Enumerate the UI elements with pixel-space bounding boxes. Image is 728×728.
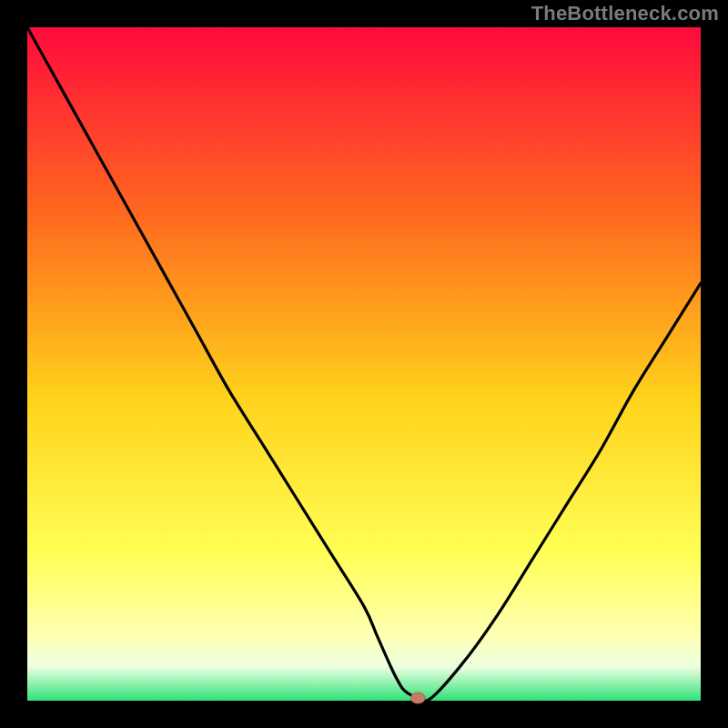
plot-gradient-bg <box>27 27 701 701</box>
chart-container: { "watermark": "TheBottleneck.com", "col… <box>0 0 728 728</box>
minimum-marker <box>410 693 425 703</box>
watermark-text: TheBottleneck.com <box>531 2 719 25</box>
bottleneck-chart <box>0 0 728 728</box>
